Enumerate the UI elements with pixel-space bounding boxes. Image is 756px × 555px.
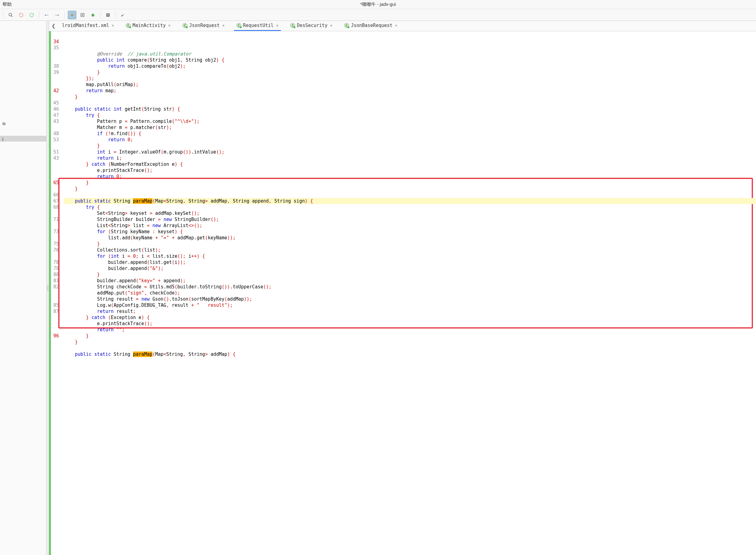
code-line[interactable]: public static String paraMap(Map<String,… (64, 351, 756, 357)
svg-line-1 (11, 16, 12, 17)
close-icon[interactable]: × (222, 23, 225, 28)
code-content[interactable]: @Override // java.util.Comparator public… (60, 31, 756, 555)
code-line[interactable]: int i = Integer.valueOf(m.group()).intVa… (64, 149, 756, 155)
tab-label: RequestUtil (243, 23, 274, 28)
svg-rect-14 (107, 15, 109, 15)
svg-point-0 (9, 13, 12, 16)
code-line[interactable]: Matcher m = p.matcher(str); (64, 124, 756, 131)
tab-label: JsonBaseRequest (351, 23, 392, 28)
close-icon[interactable]: × (330, 23, 332, 28)
splitter-handle[interactable] (47, 21, 49, 555)
code-line[interactable]: Set<String> keyset = addMap.keySet(); (64, 210, 756, 216)
code-line[interactable]: Log.w(AppConfig.DEBUG_TAG, result + " re… (64, 302, 756, 308)
code-line[interactable] (64, 192, 756, 198)
code-line[interactable]: public int compare(String obj1, String o… (64, 57, 756, 63)
code-line[interactable]: } (64, 69, 756, 75)
svg-rect-15 (107, 15, 109, 16)
code-line[interactable]: } (64, 241, 756, 247)
tabs-bar: ❮ lroidManifest.xml×CMainActivity×CJsonR… (49, 21, 756, 31)
code-line[interactable]: return result; (64, 308, 756, 314)
close-icon[interactable]: × (112, 23, 114, 28)
code-line[interactable]: e.printStackTrace(); (64, 321, 756, 327)
code-line[interactable]: } catch (NumberFormatException e) { (64, 161, 756, 167)
tab-requestutil[interactable]: CRequestUtil× (234, 21, 281, 31)
log-icon[interactable] (104, 11, 112, 19)
code-line[interactable]: if (!m.find()) { (64, 131, 756, 137)
svg-point-2 (72, 14, 73, 16)
code-line[interactable]: } (64, 94, 756, 100)
code-line[interactable]: Pattern p = Pattern.compile("^\\d+"); (64, 118, 756, 124)
svg-rect-13 (107, 14, 109, 14)
code-line[interactable]: builder.append(list.get(i)); (64, 259, 756, 265)
code-line[interactable]: builder.append("key=" + append); (64, 278, 756, 284)
code-line[interactable]: e.printStackTrace(); (64, 167, 756, 173)
sidebar-item[interactable]: ib (0, 121, 46, 127)
code-line[interactable] (64, 345, 756, 351)
code-line[interactable]: } (64, 333, 756, 339)
forward-icon[interactable]: → (53, 11, 61, 19)
code-line[interactable]: list.add(keyName + "=" + addMap.get(keyN… (64, 235, 756, 241)
tab-scroll-left-icon[interactable]: ❮ (51, 21, 56, 31)
code-line[interactable]: } (64, 271, 756, 278)
code-line[interactable]: return i; (64, 155, 756, 161)
code-line[interactable]: return ""; (64, 327, 756, 333)
code-line[interactable]: } (64, 339, 756, 345)
code-line[interactable]: } (64, 143, 756, 149)
tab-jsonbaserequest[interactable]: CJsonBaseRequest× (342, 21, 400, 31)
editor: ❮ lroidManifest.xml×CMainActivity×CJsonR… (49, 21, 756, 555)
tab-lroidmanifestxml[interactable]: lroidManifest.xml× (59, 21, 117, 31)
svg-point-7 (92, 13, 93, 14)
code-line[interactable]: return map; (64, 88, 756, 94)
close-icon[interactable]: × (395, 23, 397, 28)
code-line[interactable]: builder.append("&"); (64, 265, 756, 271)
titlebar: 帮助 *嘟嘟牛 - jadx-gui (0, 0, 756, 9)
code-line[interactable]: }); (64, 75, 756, 82)
sidebar-item[interactable]: j (0, 136, 46, 141)
close-icon[interactable]: × (168, 23, 170, 28)
code-line[interactable]: String checkCode = Utils.md5(builder.toS… (64, 284, 756, 290)
code-line[interactable]: for (String keyName : keyset) { (64, 229, 756, 235)
code-line[interactable]: for (int i = 0; i < list.size(); i++) { (64, 253, 756, 259)
code-line[interactable]: try { (64, 204, 756, 210)
menu-help[interactable]: 帮助 (2, 2, 12, 7)
code-line[interactable]: StringBuilder builder = new StringBuilde… (64, 216, 756, 222)
code-line[interactable]: @Override // java.util.Comparator (64, 51, 756, 57)
code-area[interactable]: 3435383942454647434853514365666768717375… (49, 31, 756, 555)
decompile-icon[interactable] (78, 11, 87, 19)
class-icon: C (126, 23, 131, 28)
toolbar-separator (115, 11, 116, 19)
tab-dessecurity[interactable]: CDesSecurity× (288, 21, 335, 31)
code-line[interactable]: public static String paraMap(Map<String,… (64, 198, 756, 204)
toolbar-separator (65, 11, 65, 19)
refresh-open-icon[interactable] (17, 11, 26, 19)
wrench-icon[interactable] (119, 11, 127, 19)
code-line[interactable]: List<String> list = new ArrayList<>(); (64, 222, 756, 229)
search-icon[interactable] (6, 11, 15, 19)
code-line[interactable]: return obj1.compareTo(obj2); (64, 63, 756, 69)
code-line[interactable]: public static int getInt(String str) { (64, 106, 756, 112)
toolbar-separator (39, 11, 39, 19)
back-icon[interactable]: ← (42, 11, 51, 19)
code-line[interactable]: return 0; (64, 173, 756, 180)
preferences-icon[interactable] (68, 11, 76, 19)
code-line[interactable]: return 0; (64, 137, 756, 143)
code-line[interactable]: map.putAll(oriMap); (64, 82, 756, 88)
tab-jsonrequest[interactable]: CJsonRequest× (180, 21, 227, 31)
refresh-close-icon[interactable] (27, 11, 36, 19)
close-icon[interactable]: × (276, 23, 278, 28)
code-line[interactable]: } (64, 186, 756, 192)
code-line[interactable]: String result = new Gson().toJson(sortMa… (64, 296, 756, 302)
bug-icon[interactable] (89, 11, 97, 19)
class-icon: C (236, 23, 241, 28)
sidebar: ib j (0, 21, 47, 555)
code-line[interactable]: } catch (Exception e) { (64, 314, 756, 321)
code-line[interactable]: try { (64, 112, 756, 118)
code-line[interactable]: } (64, 180, 756, 186)
code-line[interactable]: Collections.sort(list); (64, 247, 756, 253)
tab-label: JsonRequest (189, 23, 220, 28)
code-line[interactable] (64, 100, 756, 106)
svg-rect-3 (81, 13, 84, 16)
tab-label: MainActivity (132, 23, 166, 28)
code-line[interactable]: addMap.put("sign", checkCode); (64, 290, 756, 296)
tab-mainactivity[interactable]: CMainActivity× (123, 21, 173, 31)
